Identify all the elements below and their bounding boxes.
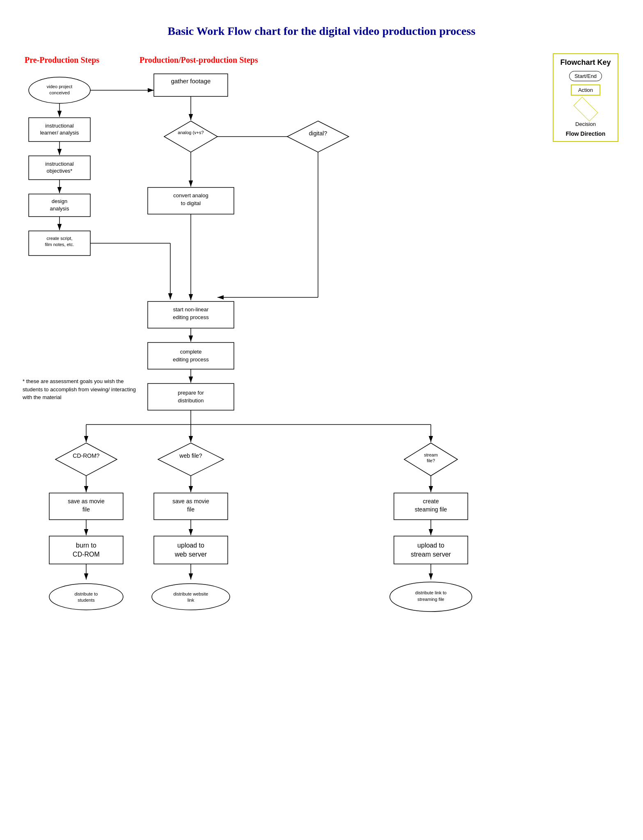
svg-text:distribution: distribution — [178, 397, 204, 404]
svg-text:burn to: burn to — [76, 542, 96, 549]
svg-text:file?: file? — [427, 458, 435, 463]
svg-point-89 — [49, 584, 123, 610]
svg-text:prepare for: prepare for — [178, 390, 204, 396]
svg-marker-26 — [164, 121, 217, 152]
svg-rect-81 — [154, 536, 228, 564]
svg-text:file: file — [187, 506, 195, 513]
svg-text:start non-linear: start non-linear — [173, 306, 209, 313]
svg-text:streaming file: streaming file — [417, 597, 444, 602]
svg-text:editing process: editing process — [173, 314, 209, 320]
svg-text:web server: web server — [174, 551, 207, 558]
page-title: Basic Work Flow chart for the digital vi… — [0, 0, 643, 50]
svg-point-92 — [152, 584, 230, 610]
svg-text:conceived: conceived — [49, 90, 70, 95]
svg-text:learner/ analysis: learner/ analysis — [40, 130, 79, 136]
svg-text:editing process: editing process — [173, 356, 209, 363]
svg-marker-55 — [55, 443, 117, 476]
svg-text:analysis: analysis — [50, 205, 69, 212]
svg-text:distribute website: distribute website — [174, 591, 208, 596]
svg-text:save as movie: save as movie — [172, 498, 209, 504]
svg-text:stream: stream — [424, 452, 438, 457]
svg-text:CD-ROM?: CD-ROM? — [73, 452, 100, 459]
svg-text:steaming file: steaming file — [415, 506, 447, 513]
svg-marker-58 — [158, 443, 224, 476]
svg-text:to digital: to digital — [181, 200, 201, 206]
svg-text:upload to: upload to — [177, 542, 204, 549]
svg-rect-47 — [148, 383, 234, 410]
svg-text:save as movie: save as movie — [68, 498, 105, 504]
svg-text:complete: complete — [180, 349, 202, 355]
svg-text:create: create — [423, 498, 439, 504]
svg-rect-77 — [49, 536, 123, 564]
svg-text:file: file — [82, 506, 90, 513]
svg-text:digital?: digital? — [309, 130, 327, 137]
svg-text:instructional: instructional — [45, 161, 73, 167]
svg-text:link: link — [188, 598, 195, 603]
svg-marker-30 — [287, 121, 349, 152]
svg-text:distribute link to: distribute link to — [415, 590, 446, 595]
svg-text:stream server: stream server — [411, 551, 451, 558]
svg-text:gather footage: gather footage — [171, 78, 211, 84]
svg-text:objectives*: objectives* — [47, 168, 73, 174]
svg-text:upload to: upload to — [417, 542, 444, 549]
svg-text:CD-ROM: CD-ROM — [73, 551, 100, 558]
svg-rect-43 — [148, 342, 234, 369]
svg-text:video project: video project — [47, 84, 72, 89]
svg-text:analog (v+s?: analog (v+s? — [178, 130, 204, 135]
svg-text:students: students — [78, 598, 95, 603]
svg-text:instructional: instructional — [45, 123, 73, 129]
svg-text:distribute to: distribute to — [75, 591, 98, 596]
svg-text:create script,: create script, — [47, 236, 73, 241]
svg-text:design: design — [52, 198, 67, 204]
section-label-pre: Pre-Production Steps — [25, 55, 99, 65]
key-title: Flowchart Key — [558, 58, 613, 67]
flowchart-svg: video project conceived instructional le… — [0, 68, 643, 839]
svg-text:web file?: web file? — [179, 452, 202, 459]
section-label-prod: Production/Post-production Steps — [140, 55, 258, 65]
svg-text:convert analog: convert analog — [173, 192, 208, 199]
svg-rect-85 — [394, 536, 468, 564]
svg-text:film notes, etc.: film notes, etc. — [45, 242, 74, 247]
